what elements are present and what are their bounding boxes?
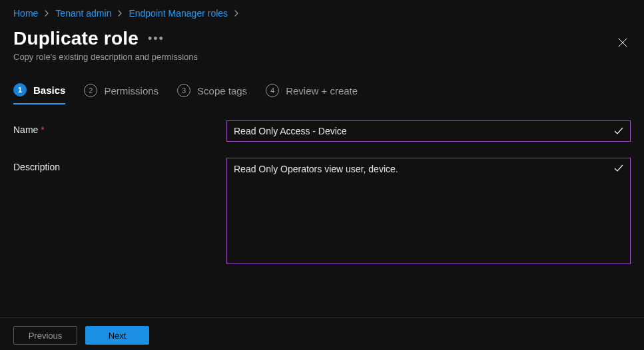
page-subtitle: Copy role's existing description and per…: [13, 52, 198, 62]
step-scope-tags[interactable]: 3 Scope tags: [177, 84, 247, 104]
description-label-text: Description: [13, 162, 60, 172]
chevron-right-icon: [43, 10, 50, 17]
required-star-icon: *: [41, 124, 44, 135]
name-label: Name *: [13, 120, 226, 135]
name-input[interactable]: [226, 120, 631, 142]
footer-bar: Previous Next: [0, 317, 644, 350]
step-label: Scope tags: [197, 85, 247, 96]
wizard-steps: 1 Basics 2 Permissions 3 Scope tags 4 Re…: [13, 83, 631, 104]
close-button[interactable]: [612, 32, 633, 53]
name-control: [226, 120, 631, 142]
step-permissions[interactable]: 2 Permissions: [84, 84, 159, 104]
description-control: [226, 158, 631, 266]
name-label-text: Name: [13, 124, 38, 135]
step-basics[interactable]: 1 Basics: [13, 83, 65, 104]
breadcrumb-home[interactable]: Home: [13, 7, 38, 20]
step-label: Basics: [33, 85, 65, 96]
title-block: Duplicate role ••• Copy role's existing …: [13, 28, 198, 62]
close-icon: [617, 37, 628, 48]
breadcrumb: Home Tenant admin Endpoint Manager roles: [13, 7, 631, 20]
step-review-create[interactable]: 4 Review + create: [266, 84, 358, 104]
form-area: Name * Description: [13, 120, 631, 266]
form-row-name: Name *: [13, 120, 631, 142]
page-title: Duplicate role: [13, 28, 139, 49]
breadcrumb-endpoint-manager-roles[interactable]: Endpoint Manager roles: [129, 7, 228, 20]
step-label: Review + create: [286, 85, 358, 96]
chevron-right-icon: [117, 10, 123, 17]
next-button[interactable]: Next: [85, 326, 149, 345]
previous-button[interactable]: Previous: [13, 326, 77, 345]
step-number-icon: 3: [177, 84, 190, 97]
title-line: Duplicate role •••: [13, 28, 198, 49]
form-row-description: Description: [13, 158, 631, 266]
breadcrumb-tenant-admin[interactable]: Tenant admin: [55, 7, 111, 20]
step-number-icon: 2: [84, 84, 97, 97]
step-label: Permissions: [104, 85, 159, 96]
step-number-icon: 4: [266, 84, 279, 97]
header-row: Duplicate role ••• Copy role's existing …: [13, 28, 631, 62]
more-actions-icon[interactable]: •••: [148, 29, 164, 48]
page-root: Home Tenant admin Endpoint Manager roles…: [0, 0, 644, 350]
chevron-right-icon: [233, 10, 240, 17]
description-input[interactable]: [226, 158, 631, 264]
description-label: Description: [13, 158, 226, 172]
step-number-icon: 1: [13, 83, 27, 96]
